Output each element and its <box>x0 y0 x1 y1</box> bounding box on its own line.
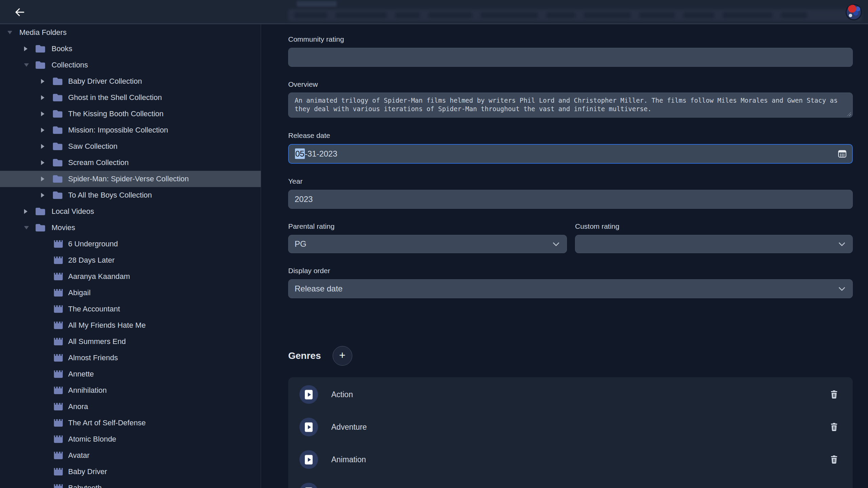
tree-item-ghost-in-the-shell-collection[interactable]: Ghost in the Shell Collection <box>0 89 261 106</box>
collapse-arrow-icon[interactable] <box>24 57 29 73</box>
tree-item-local-videos[interactable]: Local Videos <box>0 203 261 220</box>
release-date-input[interactable]: 05-31-2023 <box>288 144 853 164</box>
tree-item-label: Collections <box>52 61 88 69</box>
tree-item-label: Abigail <box>68 288 91 297</box>
community-rating-input[interactable] <box>288 48 853 67</box>
selected-date-segment: 05 <box>295 148 305 159</box>
expand-arrow-icon[interactable] <box>41 122 44 138</box>
tree-item-annette[interactable]: Annette <box>0 366 261 382</box>
genre-avatar <box>299 385 318 404</box>
tree-item-label: 6 Underground <box>68 240 118 248</box>
movie-icon-wrap <box>53 366 63 382</box>
tree-item-label: Scream Collection <box>68 158 129 167</box>
tree-item-label: All Summers End <box>68 337 126 346</box>
expand-arrow-icon[interactable] <box>41 171 44 187</box>
tree-item-babyteeth[interactable]: Babyteeth <box>0 480 261 488</box>
parental-rating-select[interactable]: PG <box>288 235 567 253</box>
expand-arrow-icon[interactable] <box>24 41 27 57</box>
folder-icon-wrap <box>52 122 63 138</box>
year-input[interactable]: 2023 <box>288 190 853 209</box>
year-label: Year <box>288 178 853 185</box>
tree-item-almost-friends[interactable]: Almost Friends <box>0 350 261 366</box>
tree-item-the-art-of-self-defense[interactable]: The Art of Self-Defense <box>0 415 261 431</box>
resize-grip-icon[interactable] <box>847 112 851 116</box>
expand-arrow-icon[interactable] <box>41 187 44 203</box>
tree-item-label: Saw Collection <box>68 142 118 151</box>
tree-item-aaranya-kaandam[interactable]: Aaranya Kaandam <box>0 268 261 285</box>
tree-item-collections[interactable]: Collections <box>0 57 261 73</box>
tree-item-saw-collection[interactable]: Saw Collection <box>0 138 261 155</box>
tree-item-mission-impossible-collection[interactable]: Mission: Impossible Collection <box>0 122 261 138</box>
movie-icon <box>53 418 63 428</box>
tree-item-28-days-later[interactable]: 28 Days Later <box>0 252 261 268</box>
tree-item-books[interactable]: Books <box>0 41 261 57</box>
genre-label: Adventure <box>331 423 367 432</box>
movie-icon-wrap <box>53 236 63 252</box>
tree-item-all-my-friends-hate-me[interactable]: All My Friends Hate Me <box>0 317 261 333</box>
back-button[interactable] <box>13 6 26 18</box>
movie-icon <box>53 483 63 488</box>
tree-item-baby-driver[interactable]: Baby Driver <box>0 464 261 480</box>
genre-label: Animation <box>331 455 366 464</box>
top-app-bar <box>0 0 868 24</box>
calendar-icon[interactable] <box>838 149 847 158</box>
custom-rating-label: Custom rating <box>575 223 853 230</box>
genre-avatar <box>299 483 318 488</box>
expand-arrow-icon[interactable] <box>41 138 44 155</box>
collapse-arrow-icon[interactable] <box>24 220 29 236</box>
genre-label: Action <box>331 390 353 399</box>
genre-row-animation: Animation <box>288 443 853 476</box>
expand-arrow-icon[interactable] <box>41 73 44 89</box>
tree-item-all-summers-end[interactable]: All Summers End <box>0 333 261 350</box>
add-genre-button[interactable]: + <box>333 346 352 366</box>
movie-icon <box>53 353 63 363</box>
display-order-select[interactable]: Release date <box>288 279 853 298</box>
movie-icon <box>53 288 63 298</box>
movie-icon-wrap <box>53 382 63 399</box>
tree-item-baby-driver-collection[interactable]: Baby Driver Collection <box>0 73 261 89</box>
tree-item-spider-man-spider-verse-collection[interactable]: Spider-Man: Spider-Verse Collection <box>0 171 261 187</box>
trash-icon <box>830 423 838 431</box>
delete-genre-button[interactable] <box>828 421 840 433</box>
tree-item-movies[interactable]: Movies <box>0 220 261 236</box>
parental-rating-label: Parental rating <box>288 223 567 230</box>
folder-icon-wrap <box>52 73 63 89</box>
expand-arrow-icon[interactable] <box>24 203 27 220</box>
delete-genre-button[interactable] <box>828 389 840 400</box>
display-order-label: Display order <box>288 267 853 274</box>
expand-arrow-icon[interactable] <box>41 89 44 106</box>
tree-item-anora[interactable]: Anora <box>0 399 261 415</box>
tree-item-scream-collection[interactable]: Scream Collection <box>0 155 261 171</box>
tree-item-avatar[interactable]: Avatar <box>0 447 261 464</box>
movie-icon-wrap <box>53 333 63 350</box>
tree-item-abigail[interactable]: Abigail <box>0 285 261 301</box>
tree-item-annihilation[interactable]: Annihilation <box>0 382 261 399</box>
movie-icon-wrap <box>53 480 63 488</box>
folder-tree: Media Folders Books Collections Baby Dri… <box>0 24 261 488</box>
folder-icon <box>35 207 46 216</box>
tree-item-media-folders[interactable]: Media Folders <box>0 24 261 41</box>
folder-icon <box>52 175 63 183</box>
tree-item-label: Baby Driver Collection <box>68 77 142 86</box>
tree-item-the-accountant[interactable]: The Accountant <box>0 301 261 317</box>
genres-list-card: Action Adventure Animation <box>288 377 853 488</box>
tree-item-to-all-the-boys-collection[interactable]: To All the Boys Collection <box>0 187 261 203</box>
tree-item-label: Movies <box>52 223 75 232</box>
delete-genre-button[interactable] <box>828 486 840 488</box>
tree-item-atomic-blonde[interactable]: Atomic Blonde <box>0 431 261 447</box>
custom-rating-select[interactable] <box>575 235 853 253</box>
user-avatar[interactable] <box>846 4 862 20</box>
custom-rating-group: Custom rating <box>575 223 853 253</box>
folder-icon-wrap <box>52 155 63 171</box>
folder-icon-wrap <box>35 41 46 57</box>
overview-textarea[interactable]: An animated trilogy of Spider-Man films … <box>288 93 853 118</box>
tree-item-6-underground[interactable]: 6 Underground <box>0 236 261 252</box>
expand-arrow-icon[interactable] <box>41 155 44 171</box>
overview-text: An animated trilogy of Spider-Man films … <box>295 97 837 113</box>
collapse-arrow-icon[interactable] <box>7 24 12 41</box>
genre-avatar <box>299 450 318 469</box>
tree-item-the-kissing-booth-collection[interactable]: The Kissing Booth Collection <box>0 106 261 122</box>
delete-genre-button[interactable] <box>828 454 840 465</box>
expand-arrow-icon[interactable] <box>41 106 44 122</box>
folder-icon <box>35 61 46 69</box>
